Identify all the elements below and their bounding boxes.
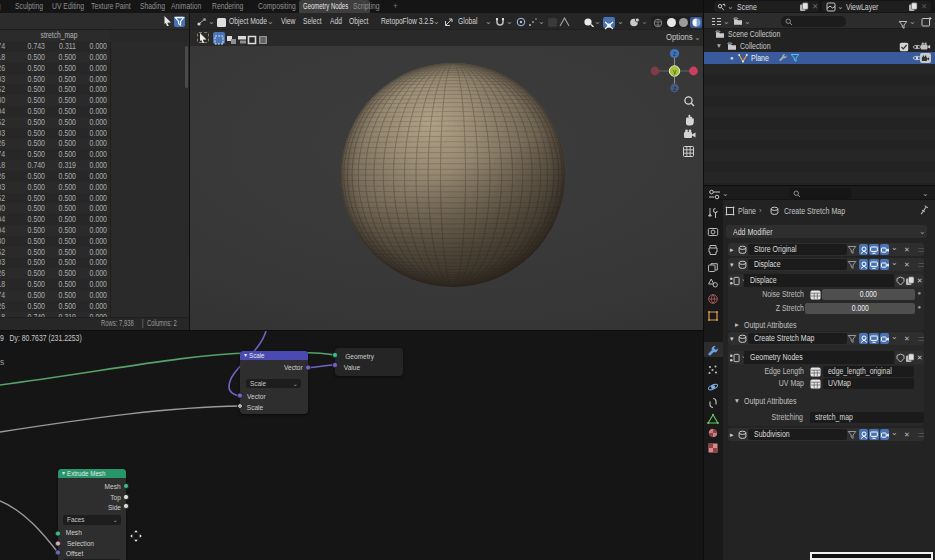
- svg-text:z: z: [673, 50, 676, 57]
- svg-text:z: z: [673, 85, 676, 92]
